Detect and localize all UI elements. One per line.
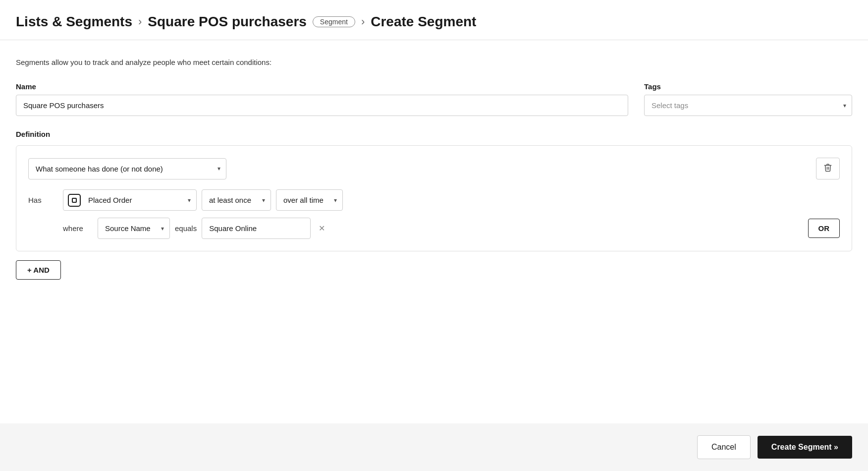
description-text: Segments allow you to track and analyze … [16,58,852,66]
breadcrumb: Lists & Segments › Square POS purchasers… [16,14,852,30]
name-input[interactable] [16,95,628,116]
cancel-button[interactable]: Cancel [697,435,751,459]
name-tags-section: Name Tags Select tags ▾ [16,82,852,116]
event-select[interactable]: Placed Order [63,189,197,211]
clear-value-button[interactable]: ✕ [316,222,328,235]
name-tags-row: Name Tags Select tags ▾ [16,82,852,116]
event-select-wrapper: Placed Order ▾ [63,189,197,211]
definition-box: What someone has done (or not done) ▾ [16,145,852,251]
page-wrapper: Lists & Segments › Square POS purchasers… [0,0,868,471]
delete-icon [823,163,832,174]
frequency-select[interactable]: at least once [202,189,271,211]
condition-type-row: What someone has done (or not done) ▾ [28,158,840,179]
has-condition-row: Has Placed Order ▾ [28,189,840,211]
filter-select-wrapper: Source Name ▾ [98,218,170,239]
has-label: Has [28,196,58,204]
header: Lists & Segments › Square POS purchasers… [0,0,868,40]
tags-group: Tags Select tags ▾ [644,82,852,116]
delete-condition-button[interactable] [816,158,840,179]
and-button[interactable]: + AND [16,260,61,280]
filter-value-input[interactable] [202,218,311,239]
name-group: Name [16,82,628,116]
placed-order-icon [68,194,81,207]
segment-badge: Segment [313,16,355,27]
breadcrumb-lists-link[interactable]: Lists & Segments [16,14,132,30]
condition-type-select[interactable]: What someone has done (or not done) [28,158,226,179]
clear-icon: ✕ [319,224,325,233]
create-segment-button[interactable]: Create Segment » [758,436,852,459]
definition-label: Definition [16,130,852,138]
breadcrumb-sep-1: › [138,15,142,28]
time-select-wrapper: over all time ▾ [276,189,343,211]
time-select[interactable]: over all time [276,189,343,211]
main-content: Segments allow you to track and analyze … [0,40,868,423]
breadcrumb-sep-2: › [361,15,365,28]
equals-label: equals [175,224,197,233]
tags-select-wrapper: Select tags ▾ [644,95,852,116]
frequency-select-wrapper: at least once ▾ [202,189,271,211]
tags-label: Tags [644,82,852,91]
or-button[interactable]: OR [808,219,840,238]
definition-section: Definition What someone has done (or not… [16,130,852,280]
breadcrumb-segment-link[interactable]: Square POS purchasers [148,14,307,30]
where-row: where Source Name ▾ equals ✕ OR [28,218,840,239]
tags-select[interactable]: Select tags [644,95,852,116]
where-label: where [63,224,93,233]
filter-select[interactable]: Source Name [98,218,170,239]
footer: Cancel Create Segment » [0,423,868,471]
condition-type-wrapper: What someone has done (or not done) ▾ [28,158,226,179]
page-title: Create Segment [371,14,476,30]
name-label: Name [16,82,628,91]
